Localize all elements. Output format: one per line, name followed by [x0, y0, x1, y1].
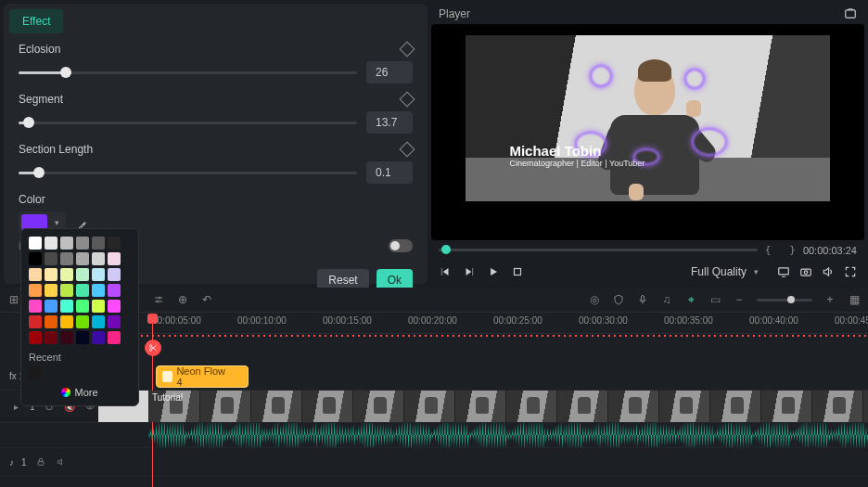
- color-swatch[interactable]: [92, 315, 105, 328]
- color-swatch[interactable]: [29, 331, 42, 344]
- segment-slider[interactable]: [19, 122, 357, 124]
- color-swatch[interactable]: [92, 284, 105, 297]
- color-swatch[interactable]: [29, 252, 42, 265]
- eclosion-slider[interactable]: [19, 71, 357, 74]
- fullscreen-icon[interactable]: [844, 265, 857, 278]
- color-swatch[interactable]: [45, 268, 57, 281]
- snapshot-icon[interactable]: [844, 7, 857, 20]
- note2-icon[interactable]: ♫: [660, 293, 673, 306]
- svg-rect-1: [515, 269, 521, 276]
- layout-icon[interactable]: ▦: [848, 293, 861, 306]
- ruler-tick: 00:00:20:00: [408, 315, 457, 326]
- color-swatch[interactable]: [29, 268, 42, 281]
- speed-icon[interactable]: ⊕: [176, 293, 189, 306]
- color-swatch[interactable]: [92, 331, 105, 344]
- color-swatch[interactable]: [45, 315, 57, 328]
- snap-icon[interactable]: ⌖: [684, 293, 697, 306]
- color-swatch[interactable]: [108, 252, 121, 265]
- lock-icon[interactable]: [34, 455, 47, 468]
- display-icon[interactable]: [777, 265, 790, 278]
- marker-braces[interactable]: { }: [765, 244, 796, 256]
- color-swatch[interactable]: [76, 284, 89, 297]
- mic-icon[interactable]: [636, 293, 649, 306]
- section-slider[interactable]: [19, 172, 357, 174]
- next-frame-icon[interactable]: [463, 265, 476, 278]
- undo-icon[interactable]: ↶: [200, 293, 213, 306]
- color-swatch[interactable]: [108, 237, 121, 250]
- segment-value[interactable]: 13.7: [366, 111, 413, 134]
- tab-effect[interactable]: Effect: [9, 9, 63, 33]
- color-swatch[interactable]: [60, 315, 73, 328]
- color-swatch[interactable]: [76, 268, 89, 281]
- color-swatch[interactable]: [45, 284, 57, 297]
- ruler-tick: 00:00:10:00: [237, 315, 287, 326]
- param-color: Color ▾: [4, 184, 428, 234]
- zoom-out-icon[interactable]: −: [733, 293, 746, 306]
- recent-swatch[interactable]: [29, 366, 42, 379]
- label: Color: [19, 193, 45, 206]
- ruler-tick: 00:00:05:00: [152, 315, 201, 326]
- cut-icon[interactable]: [145, 340, 161, 356]
- color-swatch[interactable]: [76, 252, 89, 265]
- param-eclosion: Eclosion 26: [4, 33, 428, 83]
- color-swatch[interactable]: [60, 252, 73, 265]
- waveform[interactable]: [148, 423, 868, 447]
- color-swatch[interactable]: [108, 315, 121, 328]
- quality-dropdown[interactable]: Full Quality▾: [685, 263, 768, 280]
- color-swatch[interactable]: [108, 300, 121, 313]
- color-swatch[interactable]: [108, 284, 121, 297]
- camera-icon[interactable]: [799, 265, 812, 278]
- color-swatch[interactable]: [108, 331, 121, 344]
- color-swatch[interactable]: [92, 268, 105, 281]
- color-swatch[interactable]: [76, 315, 89, 328]
- color-swatch[interactable]: [29, 315, 42, 328]
- track-label: 1: [21, 457, 27, 468]
- zoom-in-icon[interactable]: +: [823, 293, 836, 306]
- grid-icon[interactable]: ⊞: [7, 293, 20, 306]
- keyframe-icon[interactable]: [400, 42, 415, 58]
- color-swatch[interactable]: [29, 300, 42, 313]
- preview-viewport[interactable]: Michael Tobin Cinematographer | Editor |…: [431, 24, 864, 240]
- adjust-icon[interactable]: [152, 293, 165, 306]
- effect-toggle[interactable]: [389, 239, 413, 252]
- zoom-slider[interactable]: [757, 299, 812, 301]
- section-value[interactable]: 0.1: [366, 161, 413, 184]
- keyframe-icon[interactable]: [400, 92, 415, 108]
- stop-icon[interactable]: [511, 265, 524, 278]
- frame-icon[interactable]: ▭: [708, 293, 721, 306]
- volume-icon[interactable]: [822, 265, 835, 278]
- color-swatch[interactable]: [76, 237, 89, 250]
- color-swatch[interactable]: [45, 331, 57, 344]
- video-clip[interactable]: [98, 391, 868, 422]
- color-swatch[interactable]: [45, 300, 57, 313]
- color-swatch[interactable]: [45, 237, 57, 250]
- color-swatch[interactable]: [76, 331, 89, 344]
- time-ruler[interactable]: 00:00:05:0000:00:10:0000:00:15:0000:00:2…: [89, 313, 868, 334]
- color-swatch[interactable]: [60, 268, 73, 281]
- color-swatch[interactable]: [92, 237, 105, 250]
- svg-rect-0: [846, 10, 856, 18]
- prev-frame-icon[interactable]: [439, 265, 452, 278]
- shield-icon[interactable]: [612, 293, 625, 306]
- more-colors-button[interactable]: More: [29, 387, 131, 398]
- speaker-icon[interactable]: [55, 455, 68, 468]
- play-icon[interactable]: [487, 265, 500, 278]
- color-swatch[interactable]: [45, 252, 57, 265]
- color-swatch[interactable]: [29, 237, 42, 250]
- fx-clip[interactable]: Neon Flow 4: [156, 365, 249, 388]
- color-swatch[interactable]: [76, 300, 89, 313]
- param-section: Section Length 0.1: [4, 134, 428, 184]
- color-swatch[interactable]: [92, 252, 105, 265]
- color-swatch[interactable]: [108, 268, 121, 281]
- color-swatch[interactable]: [29, 284, 42, 297]
- color-swatch[interactable]: [60, 331, 73, 344]
- color-swatch[interactable]: [92, 300, 105, 313]
- color-swatch[interactable]: [60, 284, 73, 297]
- player-scrubber[interactable]: [439, 249, 758, 251]
- keyframe-icon[interactable]: [400, 142, 415, 158]
- target-icon[interactable]: ◎: [588, 293, 601, 306]
- svg-point-6: [157, 301, 159, 302]
- color-swatch[interactable]: [60, 300, 73, 313]
- color-swatch[interactable]: [60, 237, 73, 250]
- eclosion-value[interactable]: 26: [366, 61, 413, 83]
